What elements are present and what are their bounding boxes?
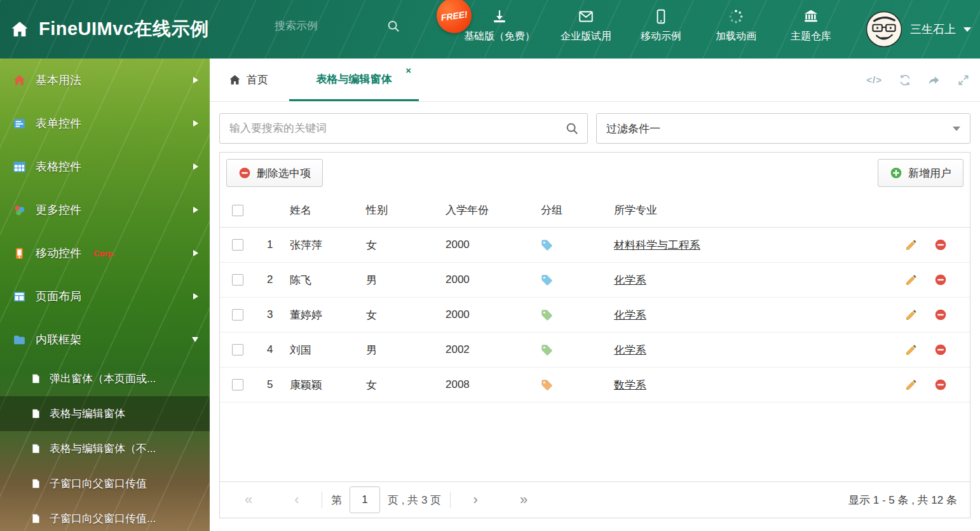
home-icon bbox=[13, 74, 26, 87]
user-menu[interactable]: 三生石上 bbox=[866, 0, 971, 59]
search-icon[interactable] bbox=[386, 19, 400, 33]
row-checkbox[interactable] bbox=[232, 239, 243, 251]
refresh-icon[interactable] bbox=[899, 74, 911, 86]
sidebar-item-label: 内联框架 bbox=[36, 332, 81, 347]
filter-row: 过滤条件一 bbox=[219, 113, 970, 144]
tab-grid-edit-window[interactable]: 表格与编辑窗体 × bbox=[289, 59, 419, 101]
header-nav: 基础版（免费） 企业版试用 移动示例 bbox=[459, 0, 840, 59]
sidebar-item-more-controls[interactable]: 更多控件 bbox=[0, 188, 210, 231]
spinner-icon bbox=[728, 8, 744, 25]
sidebar-subitem-label: 弹出窗体（本页面或... bbox=[50, 371, 156, 386]
row-checkbox[interactable] bbox=[232, 379, 243, 390]
edit-pencil-icon[interactable] bbox=[905, 273, 918, 286]
table-row: 4 刘国 男 2002 化学系 bbox=[220, 333, 970, 368]
first-page-button[interactable]: « bbox=[233, 492, 264, 508]
filter-dropdown-value: 过滤条件一 bbox=[606, 121, 660, 136]
col-gender: 性别 bbox=[366, 203, 446, 217]
download-icon bbox=[491, 8, 508, 25]
delete-minus-icon bbox=[238, 167, 251, 179]
row-gender: 男 bbox=[366, 343, 446, 357]
sidebar-item-basic-usage[interactable]: 基本用法 bbox=[0, 59, 210, 102]
row-gender: 女 bbox=[366, 308, 446, 322]
layout-icon bbox=[13, 290, 26, 303]
nav-enterprise-trial[interactable]: 企业版试用 bbox=[557, 8, 615, 43]
sidebar-subitem-grid-edit-window-alt[interactable]: 表格与编辑窗体（不... bbox=[0, 431, 210, 466]
code-icon[interactable]: </> bbox=[866, 74, 882, 85]
major-link[interactable]: 化学系 bbox=[614, 274, 646, 286]
file-icon bbox=[31, 373, 41, 384]
add-user-button[interactable]: 新增用户 bbox=[878, 159, 963, 187]
home-icon bbox=[229, 74, 241, 86]
close-icon[interactable]: × bbox=[405, 65, 411, 76]
expand-icon[interactable] bbox=[957, 74, 970, 86]
col-year: 入学年份 bbox=[446, 203, 541, 217]
nav-mobile-demos[interactable]: 移动示例 bbox=[632, 8, 690, 43]
sidebar-item-label: 表格控件 bbox=[36, 159, 81, 174]
row-year: 2000 bbox=[446, 238, 541, 251]
file-icon bbox=[31, 408, 41, 419]
row-checkbox[interactable] bbox=[232, 344, 243, 355]
keyword-search-input[interactable] bbox=[220, 122, 587, 135]
row-index: 2 bbox=[255, 273, 290, 286]
tag-icon bbox=[541, 379, 553, 391]
nav-theme-repository[interactable]: 主题仓库 bbox=[782, 8, 840, 43]
prev-page-button[interactable]: ‹ bbox=[281, 492, 313, 508]
major-link[interactable]: 数学系 bbox=[614, 379, 646, 391]
sidebar-subitem-child-to-parent-2[interactable]: 子窗口向父窗口传值... bbox=[0, 501, 210, 531]
search-icon[interactable] bbox=[565, 121, 579, 135]
sidebar-item-mobile-controls[interactable]: 移动控件 Corp. bbox=[0, 231, 210, 275]
nav-label: 基础版（免费） bbox=[464, 30, 535, 43]
select-all-checkbox[interactable] bbox=[232, 205, 243, 216]
edit-pencil-icon[interactable] bbox=[905, 238, 918, 251]
delete-minus-icon[interactable] bbox=[934, 378, 947, 391]
row-gender: 男 bbox=[366, 273, 446, 287]
app-logo[interactable]: FineUIMvc在线示例 bbox=[10, 0, 209, 59]
sidebar-subitem-popup-window[interactable]: 弹出窗体（本页面或... bbox=[0, 361, 210, 396]
bank-icon bbox=[803, 8, 819, 25]
divider bbox=[450, 492, 451, 508]
sidebar-item-table-controls[interactable]: 表格控件 bbox=[0, 145, 210, 188]
table-row: 2 陈飞 男 2000 化学系 bbox=[220, 263, 970, 298]
filter-dropdown[interactable]: 过滤条件一 bbox=[596, 113, 970, 144]
nav-loading-animations[interactable]: 加载动画 bbox=[707, 8, 765, 43]
delete-minus-icon[interactable] bbox=[934, 308, 947, 321]
chevron-right-icon bbox=[193, 250, 198, 256]
major-link[interactable]: 化学系 bbox=[614, 309, 646, 321]
header-search-input[interactable] bbox=[275, 20, 370, 32]
tab-home[interactable]: 首页 bbox=[229, 59, 268, 101]
col-group: 分组 bbox=[541, 203, 614, 217]
sidebar-item-page-layout[interactable]: 页面布局 bbox=[0, 275, 210, 318]
tag-icon bbox=[541, 344, 553, 356]
row-index: 5 bbox=[255, 378, 290, 391]
edit-pencil-icon[interactable] bbox=[905, 308, 918, 321]
sidebar-subitem-label: 表格与编辑窗体（不... bbox=[50, 441, 156, 456]
row-name: 康颖颖 bbox=[290, 378, 366, 392]
major-link[interactable]: 材料科学与工程系 bbox=[614, 239, 700, 251]
keyword-search bbox=[219, 113, 588, 144]
delete-minus-icon[interactable] bbox=[934, 273, 947, 286]
major-link[interactable]: 化学系 bbox=[614, 344, 646, 356]
last-page-button[interactable]: » bbox=[508, 492, 540, 508]
delete-minus-icon[interactable] bbox=[934, 343, 947, 356]
sidebar-subitem-label: 子窗口向父窗口传值... bbox=[50, 511, 156, 526]
row-checkbox[interactable] bbox=[232, 274, 243, 286]
edit-pencil-icon[interactable] bbox=[905, 343, 918, 356]
sidebar-item-form-controls[interactable]: 表单控件 bbox=[0, 102, 210, 145]
chevron-right-icon bbox=[193, 77, 198, 83]
row-year: 2000 bbox=[446, 308, 541, 321]
next-page-button[interactable]: › bbox=[459, 492, 491, 508]
delete-minus-icon[interactable] bbox=[934, 238, 947, 251]
chevron-down-icon bbox=[963, 27, 971, 32]
record-summary: 显示 1 - 5 条 , 共 12 条 bbox=[848, 493, 957, 507]
forward-icon[interactable] bbox=[928, 74, 941, 86]
sidebar-subitem-grid-edit-window[interactable]: 表格与编辑窗体 bbox=[0, 396, 210, 431]
row-checkbox[interactable] bbox=[232, 309, 243, 321]
page-number-input[interactable] bbox=[350, 486, 380, 513]
grid-toolbar: 删除选中项 新增用户 bbox=[220, 153, 970, 193]
more-controls-icon bbox=[13, 203, 26, 217]
delete-selected-button[interactable]: 删除选中项 bbox=[226, 159, 323, 187]
row-name: 刘国 bbox=[290, 343, 366, 357]
edit-pencil-icon[interactable] bbox=[905, 378, 918, 391]
sidebar-subitem-child-to-parent[interactable]: 子窗口向父窗口传值 bbox=[0, 466, 210, 501]
sidebar-item-inline-frame[interactable]: 内联框架 bbox=[0, 318, 210, 361]
